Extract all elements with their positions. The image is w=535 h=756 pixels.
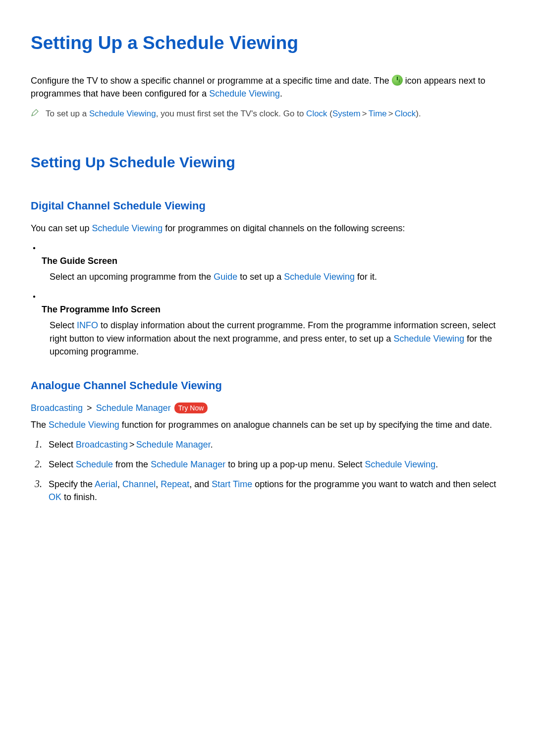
s1-broadcasting: Broadcasting bbox=[76, 440, 128, 450]
b1-pre: Select an upcoming programme from the bbox=[50, 272, 214, 282]
digital-intro-pre: You can set up bbox=[31, 223, 92, 233]
bullet-body: Select an upcoming programme from the Gu… bbox=[42, 270, 504, 283]
s3-pre: Specify the bbox=[49, 479, 95, 489]
b1-sv: Schedule Viewing bbox=[284, 272, 355, 282]
bc-broadcasting: Broadcasting bbox=[31, 403, 83, 413]
s2-pre: Select bbox=[49, 459, 76, 469]
bc-schedule-manager: Schedule Manager bbox=[96, 403, 171, 413]
section-title: Setting Up Schedule Viewing bbox=[31, 151, 504, 173]
bullet-body: Select INFO to display information about… bbox=[42, 319, 504, 357]
step-2: Select Schedule from the Schedule Manage… bbox=[38, 458, 504, 471]
analogue-steps: Select Broadcasting>Schedule Manager. Se… bbox=[31, 438, 504, 504]
clock-icon bbox=[392, 75, 403, 86]
page-title: Setting Up a Schedule Viewing bbox=[31, 30, 504, 56]
an-post: function for programmes on analogue chan… bbox=[119, 420, 492, 430]
intro-text-pre: Configure the TV to show a specific chan… bbox=[31, 76, 392, 86]
b1-mid: to set up a bbox=[237, 272, 284, 282]
s1-sm: Schedule Manager bbox=[136, 440, 211, 450]
s3-start: Start Time bbox=[212, 479, 252, 489]
note-clock-1: Clock bbox=[306, 109, 327, 118]
note-row: To set up a Schedule Viewing, you must f… bbox=[31, 108, 504, 120]
b2-sv: Schedule Viewing bbox=[393, 334, 464, 344]
digital-intro-post: for programmes on digital channels on th… bbox=[162, 223, 405, 233]
breadcrumb-sep: > bbox=[128, 440, 136, 450]
s2-post: . bbox=[435, 459, 438, 469]
guide-term: Guide bbox=[214, 272, 237, 282]
digital-sv: Schedule Viewing bbox=[92, 223, 162, 233]
s3-post: to finish. bbox=[61, 492, 97, 502]
an-sv: Schedule Viewing bbox=[49, 420, 119, 430]
s3-and: , and bbox=[189, 479, 212, 489]
note-open: ( bbox=[327, 109, 332, 118]
b2-pre: Select bbox=[50, 320, 77, 330]
s2-schedule: Schedule bbox=[76, 459, 113, 469]
s3-aerial: Aerial bbox=[95, 479, 117, 489]
digital-bullets: The Guide Screen Select an upcoming prog… bbox=[31, 242, 504, 358]
pencil-icon bbox=[31, 109, 39, 117]
bullet-title: The Programme Info Screen bbox=[42, 303, 504, 316]
intro-period: . bbox=[280, 89, 282, 99]
intro-paragraph: Configure the TV to show a specific chan… bbox=[31, 74, 504, 100]
b1-post: for it. bbox=[355, 272, 377, 282]
s1-pre: Select bbox=[49, 440, 76, 450]
bullet-title: The Guide Screen bbox=[42, 254, 504, 267]
note-time: Time bbox=[369, 109, 387, 118]
digital-heading: Digital Channel Schedule Viewing bbox=[31, 198, 504, 214]
note-pre: To set up a bbox=[46, 109, 89, 118]
s3-mid: options for the programme you want to wa… bbox=[252, 479, 496, 489]
s1-post: . bbox=[211, 440, 213, 450]
note-close: ). bbox=[416, 109, 421, 118]
note-mid: , you must first set the TV's clock. Go … bbox=[156, 109, 306, 118]
info-term: INFO bbox=[77, 320, 98, 330]
an-pre: The bbox=[31, 420, 49, 430]
note-system: System bbox=[332, 109, 361, 118]
sep: , bbox=[117, 479, 122, 489]
breadcrumb-sep: > bbox=[85, 403, 94, 413]
sep: , bbox=[156, 479, 160, 489]
try-now-badge[interactable]: Try Now bbox=[174, 403, 208, 413]
breadcrumb-sep: > bbox=[361, 109, 369, 118]
analogue-breadcrumb: Broadcasting > Schedule Manager Try Now bbox=[31, 402, 504, 414]
s2-sm: Schedule Manager bbox=[151, 459, 225, 469]
note-clock-2: Clock bbox=[395, 109, 416, 118]
step-1: Select Broadcasting>Schedule Manager. bbox=[38, 438, 504, 451]
s2-mid1: from the bbox=[113, 459, 151, 469]
s2-sv: Schedule Viewing bbox=[365, 459, 435, 469]
note-text: To set up a Schedule Viewing, you must f… bbox=[46, 108, 421, 120]
bullet-guide-screen: The Guide Screen Select an upcoming prog… bbox=[42, 242, 504, 283]
s2-mid2: to bring up a pop-up menu. Select bbox=[225, 459, 365, 469]
step-3: Specify the Aerial, Channel, Repeat, and… bbox=[38, 478, 504, 504]
digital-intro: You can set up Schedule Viewing for prog… bbox=[31, 222, 504, 235]
s3-channel: Channel bbox=[122, 479, 156, 489]
note-schedule-viewing: Schedule Viewing bbox=[89, 109, 156, 118]
schedule-viewing-term: Schedule Viewing bbox=[209, 89, 280, 99]
breadcrumb-sep: > bbox=[387, 109, 395, 118]
s3-ok: OK bbox=[49, 492, 61, 502]
analogue-intro: The Schedule Viewing function for progra… bbox=[31, 418, 504, 431]
bullet-programme-info: The Programme Info Screen Select INFO to… bbox=[42, 290, 504, 357]
analogue-heading: Analogue Channel Schedule Viewing bbox=[31, 378, 504, 394]
s3-repeat: Repeat bbox=[160, 479, 189, 489]
